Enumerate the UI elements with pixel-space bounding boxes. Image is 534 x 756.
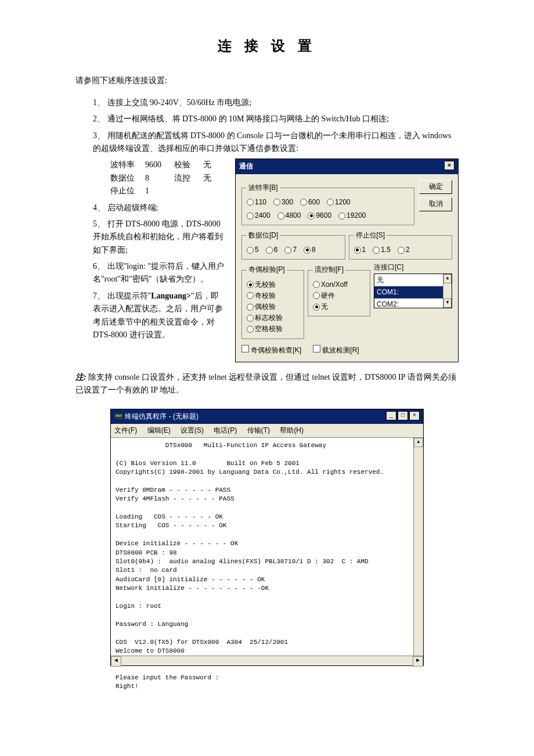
databits-5[interactable]: 5 (247, 244, 259, 255)
parity-value: 无 (203, 159, 221, 171)
terminal-output: DTSx000 Multi-Function IP Access Gateway… (111, 438, 423, 665)
intro-text: 请参照下述顺序连接设置: (75, 74, 459, 87)
terminal-icon: 📟 (114, 412, 123, 420)
parity-mark[interactable]: 标志校验 (247, 312, 299, 323)
databits-7[interactable]: 7 (284, 244, 297, 255)
steps-list: 1、 连接上交流 90-240V、50/60Hz 市电电源; 2、 通过一根网络… (75, 96, 459, 156)
baud-value: 9600 (145, 159, 174, 171)
comm-dialog: 通信 × 确定 取消 波特率[B] 110 300 600 1200 2400 … (235, 159, 459, 362)
dialog-title-text: 通信 (239, 161, 253, 172)
carrier-detect-checkbox[interactable]: 载波检测[R] (313, 345, 359, 356)
hscroll-left-icon[interactable]: ◄ (111, 656, 121, 667)
step-6: 6、 出现"login: "提示符后，键入用户名"root"和"密码"（缺省为空… (93, 260, 226, 286)
baud-110[interactable]: 110 (247, 197, 266, 208)
step-7-prompt: Languang> (151, 291, 191, 300)
parity-fieldset: 奇偶校验[P] 无校验 奇校验 偶校验 标志校验 空格校验 (241, 264, 304, 339)
menu-file[interactable]: 文件(F) (114, 426, 137, 434)
step-4: 4、 启动超级终端; (93, 201, 226, 214)
menu-help[interactable]: 帮助(H) (280, 426, 304, 434)
listbox-scrollbar[interactable]: ▲ ▼ (443, 274, 452, 308)
hscroll-right-icon[interactable]: ► (413, 656, 423, 667)
menu-phone[interactable]: 电话(P) (214, 426, 237, 434)
databits-8[interactable]: 8 (304, 244, 316, 255)
step-1: 1、 连接上交流 90-240V、50/60Hz 市电电源; (93, 96, 459, 109)
step-5: 5、 打开 DTS-8000 电源，DTS-8000 开始系统自检和初始化，用户… (93, 218, 226, 257)
parity-label: 校验 (174, 159, 203, 171)
parity-legend: 奇偶校验[P] (247, 264, 287, 275)
terminal-hscrollbar[interactable]: ◄► (111, 656, 423, 665)
maximize-icon[interactable]: □ (398, 411, 408, 420)
stopbits-2[interactable]: 2 (398, 244, 410, 255)
parity-odd[interactable]: 奇校验 (247, 290, 299, 301)
menu-transfer[interactable]: 传输(T) (247, 426, 270, 434)
close-icon[interactable]: × (444, 161, 454, 170)
menu-edit[interactable]: 编辑(E) (147, 426, 171, 434)
databits-fieldset: 数据位[D] 5 6 7 8 (241, 230, 345, 260)
terminal-titlebar: 📟 终端仿真程序 - (无标题) _ □ × (111, 409, 423, 424)
serial-params: 波特率 9600 校验 无 数据位 8 流控 无 停止位 1 (75, 159, 226, 197)
scroll-down-icon[interactable]: ▼ (443, 298, 452, 308)
minimize-icon[interactable]: _ (386, 411, 396, 420)
dialog-titlebar: 通信 × (236, 159, 458, 174)
flow-hw[interactable]: 硬件 (313, 290, 365, 301)
note: 注: 除支持 console 口设置外，还支持 telnet 远程登录设置，但通… (75, 371, 459, 397)
flow-label: 流控 (174, 172, 203, 185)
note-text: 除支持 console 口设置外，还支持 telnet 远程登录设置，但通过 t… (75, 373, 456, 394)
note-label: 注: (75, 373, 86, 381)
menu-settings[interactable]: 设置(S) (181, 426, 204, 434)
baud-9600[interactable]: 9600 (308, 210, 331, 221)
stopbits-15[interactable]: 1.5 (373, 244, 391, 255)
port-listbox[interactable]: 无 COM1: COM2: COM3: ▲ ▼ (374, 273, 452, 308)
parity-none[interactable]: 无校验 (247, 279, 299, 290)
step-3: 3、 用随机配送的配置线将 DTS-8000 的 Console 口与一台微机的… (93, 129, 459, 156)
step-7: 7、 出现提示符"Languang>"后，即表示进入配置状态。之后，用户可参考后… (93, 290, 226, 342)
page-title: 连 接 设 置 (75, 35, 459, 57)
close-icon[interactable]: × (409, 411, 420, 420)
vscroll-up-icon[interactable]: ▲ (414, 438, 423, 447)
parity-space[interactable]: 空格校验 (247, 323, 299, 334)
parity-check-checkbox[interactable]: 奇偶校验检查[K] (241, 345, 301, 356)
baud-2400[interactable]: 2400 (247, 210, 270, 221)
stopbits-label: 停止位 (110, 185, 145, 197)
terminal-vscrollbar[interactable]: ▲ (413, 438, 423, 656)
stopbits-fieldset: 停止位[S] 1 1.5 2 (349, 230, 453, 260)
stopbits-value: 1 (145, 185, 174, 197)
baud-19200[interactable]: 19200 (338, 210, 366, 221)
baud-label: 波特率 (110, 159, 145, 171)
parity-even[interactable]: 偶校验 (247, 301, 299, 312)
baud-1200[interactable]: 1200 (327, 197, 351, 208)
stopbits-1[interactable]: 1 (354, 244, 366, 255)
baud-fieldset: 波特率[B] 110 300 600 1200 2400 4800 9600 1… (241, 182, 414, 226)
baud-600[interactable]: 600 (300, 197, 320, 208)
stopbits-legend: 停止位[S] (354, 230, 387, 241)
terminal-title-text: 终端仿真程序 - (无标题) (125, 412, 199, 420)
flow-none[interactable]: 无 (313, 301, 365, 312)
step-7-p1: 7、 出现提示符" (93, 291, 151, 300)
databits-legend: 数据位[D] (247, 230, 280, 241)
databits-value: 8 (145, 172, 174, 185)
flow-xon[interactable]: Xon/Xoff (313, 279, 365, 290)
port-none[interactable]: 无 (374, 274, 452, 286)
scroll-up-icon[interactable]: ▲ (443, 274, 452, 283)
baud-4800[interactable]: 4800 (277, 210, 301, 221)
port-com1[interactable]: COM1: (374, 286, 452, 298)
terminal-menubar: 文件(F) 编辑(E) 设置(S) 电话(P) 传输(T) 帮助(H) (111, 424, 423, 438)
flow-value: 无 (203, 172, 221, 185)
port-com2[interactable]: COM2: (374, 298, 452, 308)
baud-legend: 波特率[B] (247, 182, 280, 193)
step-2: 2、 通过一根网络线、将 DTS-8000 的 10M 网络接口与网络上的 Sw… (93, 113, 459, 125)
databits-6[interactable]: 6 (266, 244, 278, 255)
databits-label: 数据位 (110, 172, 145, 185)
terminal-window: 📟 终端仿真程序 - (无标题) _ □ × 文件(F) 编辑(E) 设置(S)… (110, 409, 424, 666)
baud-300[interactable]: 300 (273, 197, 293, 208)
flow-legend: 流控制[F] (313, 264, 345, 275)
cancel-button[interactable]: 取消 (419, 197, 452, 211)
ok-button[interactable]: 确定 (419, 180, 452, 194)
port-legend: 连接口[C] (374, 262, 452, 273)
flow-fieldset: 流控制[F] Xon/Xoff 硬件 无 (308, 264, 370, 316)
